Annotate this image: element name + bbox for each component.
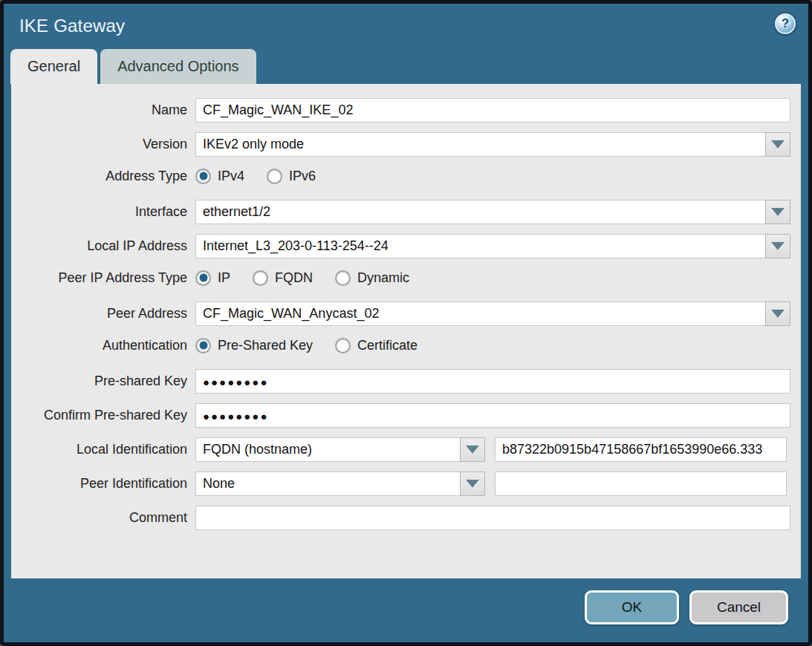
version-row: Version	[16, 132, 790, 157]
confirm-preshared-key-label: Confirm Pre-shared Key	[16, 408, 195, 423]
general-tab-panel: Name Version Address Type	[11, 84, 801, 578]
confirm-preshared-key-input[interactable]	[195, 403, 790, 428]
interface-dropdown-button[interactable]	[765, 200, 790, 224]
tab-advanced-options[interactable]: Advanced Options	[100, 49, 256, 84]
radio-peer-dynamic[interactable]: Dynamic	[335, 270, 409, 286]
radio-certificate-label: Certificate	[357, 338, 418, 353]
version-dropdown-button[interactable]	[765, 132, 790, 157]
radio-ipv6-label: IPv6	[289, 169, 316, 184]
name-label: Name	[16, 102, 195, 118]
confirm-preshared-key-row: Confirm Pre-shared Key	[16, 403, 790, 428]
name-input[interactable]	[195, 98, 790, 123]
local-ip-row: Local IP Address	[16, 234, 790, 258]
dialog-titlebar: IKE Gateway ?	[4, 4, 808, 48]
radio-peer-ip-label: IP	[218, 270, 230, 286]
peer-identification-label: Peer Identification	[16, 476, 195, 492]
chevron-down-icon	[466, 480, 479, 488]
radio-ipv4-label: IPv4	[218, 169, 244, 184]
ike-gateway-dialog: IKE Gateway ? General Advanced Options N…	[0, 0, 812, 646]
radio-preshared-key[interactable]: Pre-Shared Key	[195, 338, 313, 353]
radio-peer-fqdn-label: FQDN	[275, 270, 313, 286]
tab-general[interactable]: General	[10, 49, 97, 84]
radio-peer-ip[interactable]: IP	[195, 270, 230, 286]
help-glyph: ?	[782, 16, 789, 31]
local-ip-combo	[195, 234, 790, 258]
authentication-row: Authentication Pre-Shared Key Certificat…	[16, 336, 790, 355]
preshared-key-label: Pre-shared Key	[16, 373, 195, 389]
local-ip-dropdown-button[interactable]	[765, 234, 790, 258]
peer-ip-type-row: Peer IP Address Type IP FQDN Dynamic	[16, 268, 790, 287]
local-identification-value-input[interactable]	[495, 437, 787, 462]
peer-identification-dropdown-button[interactable]	[460, 472, 485, 496]
local-identification-type-input[interactable]	[195, 437, 461, 462]
peer-address-combo	[195, 301, 790, 326]
local-identification-dropdown-button[interactable]	[460, 437, 485, 462]
local-identification-type-combo	[195, 437, 485, 462]
local-ip-input[interactable]	[195, 234, 766, 258]
local-identification-row: Local Identification	[16, 437, 790, 462]
chevron-down-icon	[771, 208, 785, 216]
radio-peer-fqdn[interactable]: FQDN	[253, 270, 313, 286]
address-type-label: Address Type	[16, 169, 195, 184]
cancel-button[interactable]: Cancel	[689, 590, 788, 624]
chevron-down-icon	[771, 242, 785, 250]
tab-bar: General Advanced Options	[4, 48, 808, 84]
address-type-row: Address Type IPv4 IPv6	[16, 166, 790, 186]
peer-address-input[interactable]	[195, 301, 766, 326]
radio-certificate-circle	[335, 338, 351, 353]
preshared-key-input[interactable]	[195, 369, 790, 394]
radio-ipv6-circle	[267, 169, 282, 184]
interface-row: Interface	[16, 200, 790, 224]
interface-label: Interface	[16, 204, 195, 220]
radio-ipv6[interactable]: IPv6	[267, 169, 316, 184]
interface-input[interactable]	[195, 200, 766, 224]
tab-advanced-options-label: Advanced Options	[117, 58, 238, 75]
peer-identification-type-input[interactable]	[195, 472, 461, 496]
radio-preshared-key-circle	[195, 338, 211, 353]
peer-identification-row: Peer Identification	[16, 472, 790, 496]
dialog-footer: OK Cancel	[4, 578, 808, 642]
preshared-key-row: Pre-shared Key	[16, 369, 790, 394]
help-icon[interactable]: ?	[775, 13, 796, 34]
chevron-down-icon	[466, 446, 479, 454]
name-row: Name	[16, 98, 790, 123]
radio-peer-dynamic-circle	[335, 270, 351, 286]
peer-address-dropdown-button[interactable]	[765, 301, 790, 326]
comment-label: Comment	[16, 510, 195, 526]
ok-button[interactable]: OK	[585, 590, 679, 624]
peer-identification-value-input[interactable]	[495, 472, 787, 496]
chevron-down-icon	[771, 140, 785, 149]
radio-certificate[interactable]: Certificate	[335, 338, 418, 353]
authentication-label: Authentication	[16, 338, 195, 353]
dialog-title: IKE Gateway	[19, 16, 125, 36]
radio-preshared-key-label: Pre-Shared Key	[218, 338, 313, 353]
peer-ip-type-label: Peer IP Address Type	[16, 270, 195, 286]
radio-peer-ip-circle	[195, 270, 211, 286]
peer-identification-type-combo	[195, 472, 485, 496]
local-identification-label: Local Identification	[16, 442, 195, 457]
comment-row: Comment	[16, 506, 790, 530]
peer-address-row: Peer Address	[16, 301, 790, 326]
radio-peer-fqdn-circle	[253, 270, 268, 286]
radio-peer-dynamic-label: Dynamic	[357, 270, 409, 286]
comment-input[interactable]	[195, 506, 790, 530]
radio-ipv4[interactable]: IPv4	[195, 169, 244, 184]
tab-general-label: General	[27, 58, 80, 75]
version-input[interactable]	[195, 132, 766, 157]
chevron-down-icon	[771, 310, 785, 318]
version-combo	[195, 132, 790, 157]
interface-combo	[195, 200, 790, 224]
radio-ipv4-circle	[195, 169, 211, 184]
version-label: Version	[16, 137, 195, 152]
peer-address-label: Peer Address	[16, 306, 195, 322]
local-ip-label: Local IP Address	[16, 238, 195, 254]
